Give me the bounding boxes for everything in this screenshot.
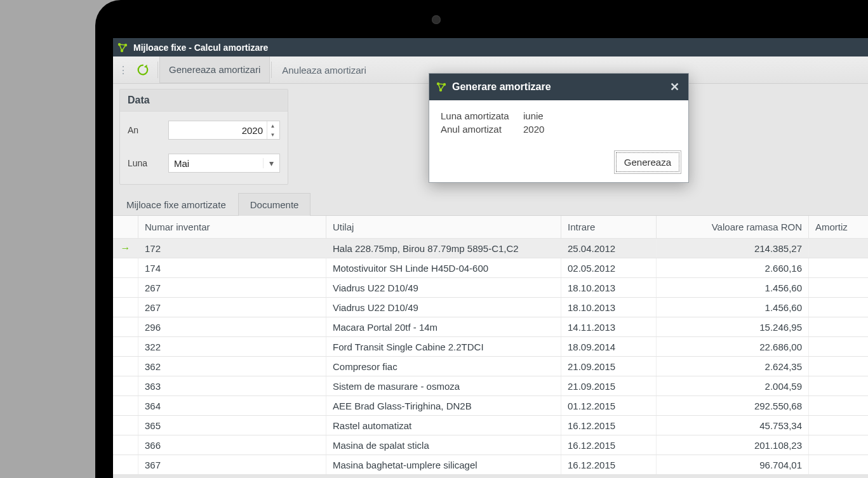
cell-inventory: 296 <box>138 317 326 336</box>
cell-value: 214.385,27 <box>657 239 809 258</box>
table-row[interactable]: 364AEE Brad Glass-Tirighina, DN2B01.12.2… <box>113 396 868 416</box>
row-indicator <box>113 435 138 455</box>
toolbar-separator <box>157 62 158 78</box>
cell-date: 16.12.2015 <box>561 455 657 474</box>
cell-amort <box>809 376 868 395</box>
cell-amort <box>809 435 868 455</box>
toolbar-grip: ⋮ <box>113 64 132 76</box>
filter-panel-title: Data <box>120 90 288 112</box>
app-icon <box>117 42 128 53</box>
year-input[interactable] <box>169 125 267 136</box>
grid-header: Numar inventar Utilaj Intrare Valoare ra… <box>113 216 868 239</box>
month-label: Luna <box>128 158 168 168</box>
cell-date: 01.12.2015 <box>561 396 657 415</box>
row-indicator <box>113 258 138 277</box>
row-indicator <box>113 455 138 474</box>
toolbar-separator <box>271 62 272 78</box>
cell-date: 16.12.2015 <box>561 435 657 455</box>
cell-tool: Hala 228.75mp, Birou 87.79mp 5895-C1,C2 <box>326 239 561 258</box>
dialog-close-button[interactable]: ✕ <box>667 80 682 94</box>
tab-amortizate[interactable]: Mijloace fixe amortizate <box>114 193 238 216</box>
cell-amort <box>809 278 868 297</box>
table-row[interactable]: 367Masina baghetat-umplere silicagel16.1… <box>113 455 868 475</box>
col-tool[interactable]: Utilaj <box>326 216 561 238</box>
data-grid[interactable]: Numar inventar Utilaj Intrare Valoare ra… <box>113 216 868 475</box>
cell-date: 18.10.2013 <box>561 298 657 317</box>
cell-tool: Rastel automatizat <box>326 416 561 435</box>
cell-inventory: 365 <box>138 416 326 435</box>
year-label: An <box>128 125 168 135</box>
table-row[interactable]: 174Motostivuitor SH Linde H45D-04-60002.… <box>113 258 868 278</box>
cell-inventory: 366 <box>138 435 326 455</box>
table-row[interactable]: 365Rastel automatizat16.12.201545.753,34 <box>113 416 868 435</box>
row-indicator <box>113 396 138 415</box>
toolbar-cancel-label: Anuleaza amortizari <box>282 65 366 76</box>
dialog-generate-label: Genereaza <box>624 157 671 168</box>
window-title: Mijloace fixe - Calcul amortizare <box>133 43 268 53</box>
col-amort[interactable]: Amortiz <box>809 216 868 238</box>
table-row[interactable]: 362Compresor fiac21.09.20152.624,35 <box>113 357 868 376</box>
dialog-month-label: Luna amortizata <box>441 110 523 121</box>
table-row[interactable]: →172Hala 228.75mp, Birou 87.79mp 5895-C1… <box>113 239 868 258</box>
chevron-down-icon: ▾ <box>263 158 279 168</box>
year-spin-buttons[interactable]: ▲ ▼ <box>267 121 278 139</box>
cell-tool: Masina baghetat-umplere silicagel <box>326 455 561 474</box>
tab-documente[interactable]: Documente <box>238 193 311 216</box>
table-row[interactable]: 322Ford Transit Single Cabine 2.2TDCI18.… <box>113 337 868 357</box>
table-row[interactable]: 366Masina de spalat sticla16.12.2015201.… <box>113 435 868 455</box>
toolbar-generate-label: Genereaza amortizari <box>169 64 260 75</box>
tab-amortizate-label: Mijloace fixe amortizate <box>126 199 226 210</box>
cell-value: 201.108,23 <box>657 435 809 455</box>
cell-date: 02.05.2012 <box>561 258 657 277</box>
arrow-right-icon: → <box>121 242 131 254</box>
dialog-generate-button[interactable]: Genereaza <box>616 152 679 172</box>
month-select[interactable]: Mai ▾ <box>168 154 280 173</box>
row-indicator <box>113 416 138 435</box>
col-date[interactable]: Intrare <box>561 216 657 238</box>
cell-tool: Ford Transit Single Cabine 2.2TDCI <box>326 337 561 356</box>
month-value: Mai <box>169 158 263 169</box>
table-row[interactable]: 363Sistem de masurare - osmoza21.09.2015… <box>113 376 868 396</box>
cell-date: 16.12.2015 <box>561 416 657 435</box>
row-indicator <box>113 357 138 376</box>
col-value[interactable]: Valoare ramasa RON <box>657 216 809 238</box>
cell-inventory: 267 <box>138 298 326 317</box>
cell-value: 96.704,01 <box>657 455 809 474</box>
cell-value: 45.753,34 <box>657 416 809 435</box>
cell-tool: Viadrus U22 D10/49 <box>326 298 561 317</box>
chevron-down-icon: ▼ <box>267 130 278 139</box>
cell-tool: Masina de spalat sticla <box>326 435 561 455</box>
toolbar-cancel[interactable]: Anuleaza amortizari <box>273 56 375 83</box>
device-camera <box>432 15 441 24</box>
refresh-icon <box>136 63 150 77</box>
app-icon <box>436 81 447 93</box>
refresh-button[interactable] <box>132 59 154 81</box>
cell-date: 18.09.2014 <box>561 337 657 356</box>
col-inventory[interactable]: Numar inventar <box>138 216 326 238</box>
row-indicator: → <box>113 239 138 258</box>
cell-inventory: 322 <box>138 337 326 356</box>
toolbar-generate[interactable]: Genereaza amortizari <box>159 56 270 83</box>
cell-amort <box>809 416 868 435</box>
cell-value: 2.004,59 <box>657 376 809 395</box>
cell-inventory: 174 <box>138 258 326 277</box>
close-icon: ✕ <box>670 81 679 93</box>
cell-inventory: 367 <box>138 455 326 474</box>
cell-date: 21.09.2015 <box>561 357 657 376</box>
table-row[interactable]: 267Viadrus U22 D10/4918.10.20131.456,60 <box>113 298 868 317</box>
year-stepper[interactable]: ▲ ▼ <box>168 121 280 140</box>
generate-dialog: Generare amortizare ✕ Luna amortizata iu… <box>429 73 689 183</box>
cell-inventory: 362 <box>138 357 326 376</box>
cell-amort <box>809 396 868 415</box>
table-row[interactable]: 296Macara Portal 20tf - 14m14.11.201315.… <box>113 317 868 337</box>
dialog-title: Generare amortizare <box>452 81 551 93</box>
cell-amort <box>809 258 868 277</box>
dialog-month-value: iunie <box>523 110 544 121</box>
cell-value: 1.456,60 <box>657 278 809 297</box>
sub-tabs: Mijloace fixe amortizate Documente <box>113 192 868 216</box>
table-row[interactable]: 267Viadrus U22 D10/4918.10.20131.456,60 <box>113 278 868 298</box>
cell-date: 21.09.2015 <box>561 376 657 395</box>
cell-inventory: 267 <box>138 278 326 297</box>
cell-value: 2.660,16 <box>657 258 809 277</box>
tab-documente-label: Documente <box>250 199 299 210</box>
